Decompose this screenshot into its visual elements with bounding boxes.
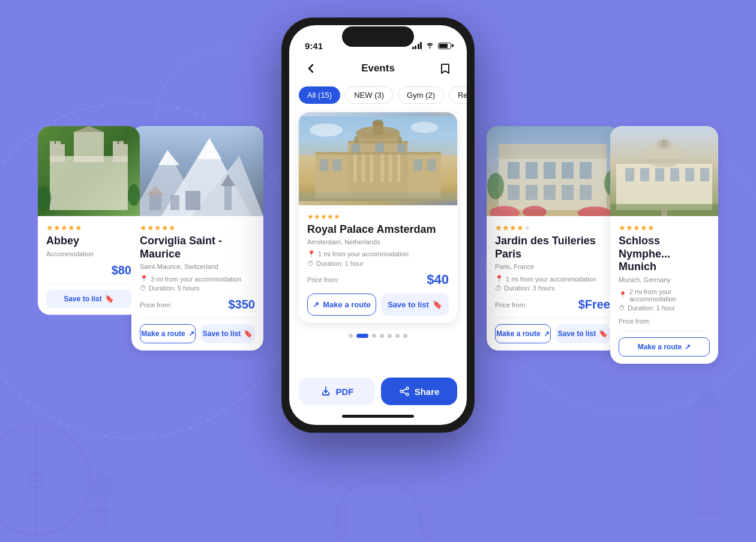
main-card-price-row: Price from: $40 — [307, 272, 449, 288]
main-card-location: Amsterdam, Netherlands — [307, 238, 449, 245]
schloss-distance-icon: 📍 — [619, 291, 627, 299]
schloss-actions[interactable]: Make a route ↗ — [619, 331, 710, 357]
svg-rect-47 — [508, 185, 520, 200]
corviglia-location: Saint-Maurice, Switzerland — [140, 263, 255, 270]
svg-rect-94 — [315, 152, 440, 155]
schloss-duration: ⏱ Duration: 1 hour — [619, 304, 710, 312]
jardin-save-icon: 🔖 — [599, 330, 608, 338]
share-button[interactable]: Share — [381, 378, 457, 405]
bottom-actions: PDF Share — [289, 372, 467, 415]
svg-point-98 — [398, 136, 402, 144]
main-card-price: $40 — [427, 272, 449, 288]
corviglia-actions[interactable]: Make a route ↗ Save to list 🔖 — [140, 318, 255, 343]
svg-rect-81 — [353, 152, 356, 182]
jardin-price: $Free — [578, 298, 610, 312]
svg-rect-46 — [580, 162, 592, 179]
svg-rect-11 — [420, 504, 432, 540]
share-icon — [399, 386, 410, 397]
dynamic-island — [342, 26, 414, 47]
main-card-stars: ★★★★★ — [307, 212, 449, 221]
main-card-route-icon: ↗ — [313, 300, 319, 309]
main-card-route-btn[interactable]: ↗ Make a route — [307, 294, 376, 316]
main-card-price-label: Price from: — [307, 276, 339, 283]
main-card-title: Royal Palace Amsterdam — [307, 223, 449, 236]
jardin-duration-icon: ⏱ — [495, 285, 502, 292]
svg-point-4 — [0, 426, 90, 534]
filter-tab-restaurant[interactable]: Restaurant (4) — [449, 86, 467, 104]
schloss-distance: 📍 2 mi from your accommodation — [619, 288, 710, 303]
svg-point-26 — [128, 184, 140, 206]
svg-point-99 — [310, 124, 343, 137]
svg-rect-83 — [370, 152, 373, 182]
corviglia-route-btn[interactable]: Make a route ↗ — [140, 324, 196, 343]
svg-rect-21 — [113, 141, 118, 147]
jardin-card-body: ★★★★★ Jardin des Tuileries Paris Paris, … — [487, 216, 619, 351]
schloss-duration-text: Duration: 1 hour — [628, 304, 675, 312]
corviglia-route-icon: ↗ — [188, 330, 194, 338]
svg-rect-51 — [580, 185, 592, 200]
svg-rect-86 — [397, 152, 400, 182]
main-card-duration-text: Duration: 1 hour — [316, 260, 364, 267]
dot-4 — [380, 334, 384, 338]
abbey-price: $80 — [112, 263, 131, 277]
filter-tab-gym-label: Gym (2) — [407, 91, 435, 100]
corviglia-save-label: Save to list — [203, 330, 241, 338]
filter-tabs: All (15) NEW (3) Gym (2) Restaurant (4) — [289, 83, 467, 107]
svg-rect-45 — [562, 162, 574, 179]
signal-bar-1 — [412, 47, 414, 49]
dot-5 — [388, 334, 392, 338]
phone-screen: 9:41 — [289, 25, 467, 425]
svg-rect-8 — [696, 408, 720, 516]
signal-bar-3 — [418, 44, 419, 49]
svg-rect-84 — [381, 152, 384, 182]
jardin-save-btn[interactable]: Save to list 🔖 — [556, 324, 610, 343]
schloss-price-label: Price from: — [619, 318, 650, 325]
pdf-button[interactable]: PDF — [299, 378, 375, 405]
corviglia-stars: ★★★★★ — [140, 223, 255, 232]
corviglia-save-icon: 🔖 — [244, 330, 253, 338]
corviglia-save-btn[interactable]: Save to list 🔖 — [200, 324, 255, 343]
svg-rect-43 — [526, 162, 538, 179]
jardin-actions[interactable]: Make a route ↗ Save to list 🔖 — [495, 318, 610, 343]
svg-point-55 — [487, 173, 504, 199]
abbey-save-label: Save to list — [64, 295, 101, 303]
jardin-distance-text: 1 mi from your accommodation — [506, 276, 596, 283]
svg-rect-67 — [685, 168, 694, 181]
schloss-route-btn[interactable]: Make a route ↗ — [619, 337, 710, 357]
status-icons — [412, 41, 452, 50]
filter-tab-all[interactable]: All (15) — [299, 86, 340, 104]
schloss-route-label: Make a route — [638, 343, 682, 351]
svg-point-12 — [91, 473, 113, 499]
svg-rect-23 — [74, 132, 104, 162]
filter-tab-new[interactable]: NEW (3) — [345, 86, 393, 104]
main-card-distance-icon: 📍 — [307, 250, 316, 258]
battery-fill — [439, 44, 448, 48]
main-card-save-btn[interactable]: Save to list 🔖 — [381, 294, 449, 316]
bookmark-button[interactable] — [436, 59, 455, 78]
svg-rect-36 — [185, 191, 200, 210]
svg-rect-91 — [332, 159, 341, 171]
svg-marker-9 — [693, 384, 723, 408]
back-button[interactable] — [301, 59, 320, 78]
wifi-icon — [425, 41, 434, 50]
jardin-stars: ★★★★★ — [495, 223, 610, 232]
jardin-location: Paris, France — [495, 263, 610, 270]
abbey-category: Accommodation — [46, 250, 131, 257]
filter-tab-gym[interactable]: Gym (2) — [398, 86, 444, 104]
corviglia-distance-icon: 📍 — [140, 275, 148, 283]
main-card-distance-text: 1 mi from your accommodation — [318, 250, 409, 257]
svg-rect-10 — [336, 504, 348, 540]
main-card-distance: 📍 1 mi from your accommodation — [307, 250, 449, 258]
abbey-save-btn[interactable]: Save to list 🔖 — [46, 290, 131, 308]
svg-rect-16 — [50, 156, 128, 210]
signal-bars — [412, 42, 422, 49]
jardin-route-btn[interactable]: Make a route ↗ — [495, 324, 551, 343]
schloss-location: Munich, Germany — [619, 276, 710, 283]
filter-tab-new-label: NEW (3) — [354, 91, 384, 100]
main-card-body: ★★★★★ Royal Palace Amsterdam Amsterdam, … — [299, 205, 457, 323]
dot-7 — [403, 334, 407, 338]
corviglia-price: $350 — [229, 298, 256, 312]
svg-point-100 — [411, 122, 439, 133]
jardin-route-label: Make a route — [496, 330, 540, 338]
jardin-duration: ⏱ Duration: 3 hours — [495, 285, 610, 292]
